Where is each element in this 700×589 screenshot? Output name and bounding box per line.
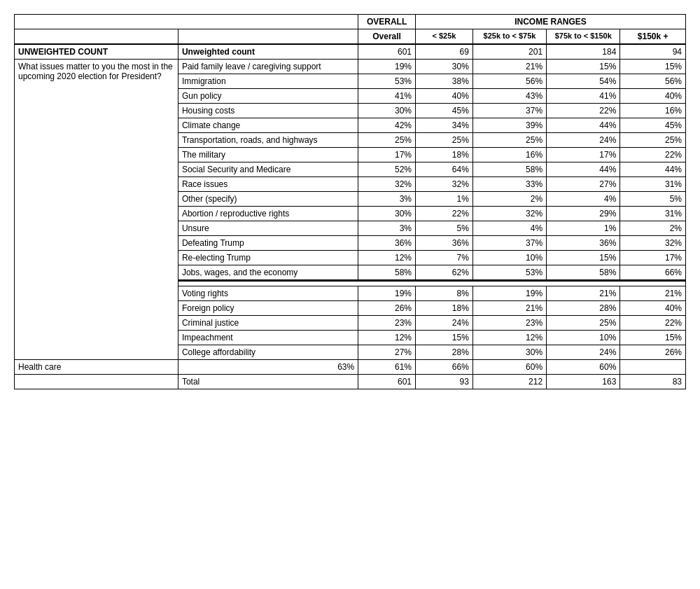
25k-75k-value: 10% [472,251,546,265]
75k-150k-value: 1% [547,221,620,236]
over150k-value: 5% [620,192,686,207]
overall-value: 30% [358,207,416,221]
25k-75k-value: 21% [472,301,546,316]
75k-150k-value: 184 [547,44,620,60]
col-issue-header [178,29,358,45]
75k-150k-value: 60% [472,360,546,375]
25k-75k-value: 30% [472,345,546,360]
25k-75k-header: $25k to < $75k [472,29,546,45]
25k-75k-value: 37% [472,104,546,118]
data-table: OVERALL INCOME RANGES Overall < $25k $25… [14,14,686,389]
under25k-value: 1% [416,192,473,207]
overall-value: 30% [358,104,416,118]
over150k-value: 21% [620,286,686,301]
overall-value: 27% [358,345,416,360]
25k-75k-value: 66% [416,360,473,375]
75k-150k-value: 4% [547,192,620,207]
overall-value: 12% [358,251,416,265]
75k-150k-value: 15% [547,251,620,265]
main-container: OVERALL INCOME RANGES Overall < $25k $25… [14,14,686,389]
under25k-value: 34% [416,118,473,133]
issue-cell: Other (specify) [178,192,358,207]
75k-150k-value: 15% [547,60,620,74]
over150k-value: 16% [620,104,686,118]
75k-150k-value: 54% [547,74,620,89]
under25k-value: 93 [416,375,473,389]
under25k-value: 5% [416,221,473,236]
issue-cell: Abortion / reproductive rights [178,207,358,221]
under25k-value: 61% [358,360,416,375]
overall-value: 42% [358,118,416,133]
issue-cell: Foreign policy [178,301,358,316]
under25k-value: 25% [416,133,473,148]
question-cell-main: What issues matter to you the most in th… [15,60,178,360]
75k-150k-value: 10% [547,331,620,345]
issue-cell: Defeating Trump [178,236,358,251]
over150k-value: 60% [547,360,620,375]
overall-value: 58% [358,265,416,281]
overall-value: 12% [358,331,416,345]
over150k-value: 45% [620,118,686,133]
issue-cell: Impeachment [178,331,358,345]
25k-75k-value: 201 [472,44,546,60]
over150k-value: 22% [620,316,686,331]
overall-value: 601 [358,375,416,389]
75k-150k-value: 24% [547,133,620,148]
under25k-value: 30% [416,60,473,74]
issue-cell: Voting rights [178,286,358,301]
under25k-value: 18% [416,301,473,316]
over150k-value: 26% [620,345,686,360]
under25k-value: 40% [416,89,473,104]
issue-cell: Health care [15,360,178,375]
75k-150k-value: 21% [547,286,620,301]
under25k-value: 62% [416,265,473,281]
table-row: Total6019321216383 [15,375,686,389]
25k-75k-value: 21% [472,60,546,74]
over150k-value: 15% [620,331,686,345]
under25k-value: 32% [416,177,473,192]
overall-value: 36% [358,236,416,251]
issue-cell: Social Security and Medicare [178,162,358,177]
under25k-value: 8% [416,286,473,301]
over150k-value: 83 [620,375,686,389]
under25k-value: 36% [416,236,473,251]
over150k-value: 32% [620,236,686,251]
under25k-value: 18% [416,148,473,162]
over150k-value: 15% [620,60,686,74]
75k-150k-value: 24% [547,345,620,360]
75k-150k-value: 29% [547,207,620,221]
table-row: UNWEIGHTED COUNTUnweighted count60169201… [15,44,686,60]
75k-150k-value: 22% [547,104,620,118]
75k-150k-value: 44% [547,162,620,177]
over150k-value: 17% [620,251,686,265]
issue-cell: Unweighted count [178,44,358,60]
issue-cell: The military [178,148,358,162]
75k-150k-value: 27% [547,177,620,192]
75k-150k-value: 36% [547,236,620,251]
overall-value: 19% [358,286,416,301]
table-row: Health care63%61%66%60%60% [15,360,686,375]
header-row-1: OVERALL INCOME RANGES [15,15,686,29]
empty-top-left [15,15,358,29]
over150k-value: 31% [620,207,686,221]
25k-75k-value: 212 [472,375,546,389]
issue-cell: Criminal justice [178,316,358,331]
under25k-value: 22% [416,207,473,221]
under25k-value: 69 [416,44,473,60]
issue-cell: Housing costs [178,104,358,118]
issue-cell: Paid family leave / caregiving support [178,60,358,74]
over150k-value: 44% [620,162,686,177]
question-cell-empty [15,375,178,389]
25k-75k-value: 58% [472,162,546,177]
25k-75k-value: 33% [472,177,546,192]
overall-value: 25% [358,133,416,148]
25k-75k-value: 2% [472,192,546,207]
under25k-value: 24% [416,316,473,331]
overall-value: 19% [358,60,416,74]
overall-value: 17% [358,148,416,162]
issue-cell: Jobs, wages, and the economy [178,265,358,281]
under25k-value: 15% [416,331,473,345]
25k-75k-value: 12% [472,331,546,345]
under25k-header: < $25k [416,29,473,45]
issue-cell: Immigration [178,74,358,89]
